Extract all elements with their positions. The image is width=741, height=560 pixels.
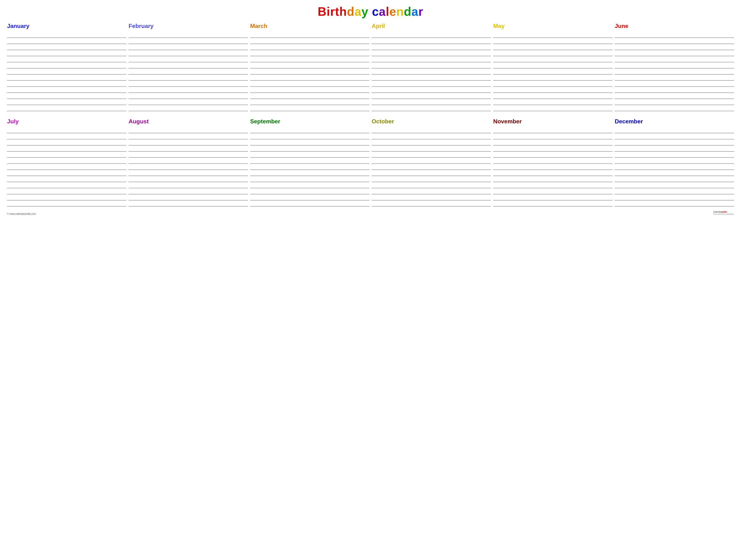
- calendar-line[interactable]: [250, 133, 369, 139]
- calendar-line[interactable]: [372, 188, 491, 194]
- calendar-line[interactable]: [250, 182, 369, 188]
- calendar-line[interactable]: [615, 158, 734, 164]
- calendar-line[interactable]: [250, 74, 369, 81]
- calendar-line[interactable]: [250, 68, 369, 74]
- calendar-line[interactable]: [615, 170, 734, 176]
- calendar-line[interactable]: [493, 188, 612, 194]
- calendar-line[interactable]: [615, 145, 734, 152]
- calendar-line[interactable]: [372, 32, 491, 38]
- calendar-line[interactable]: [250, 93, 369, 99]
- calendar-line[interactable]: [493, 50, 612, 56]
- calendar-line[interactable]: [615, 32, 734, 38]
- calendar-line[interactable]: [372, 68, 491, 74]
- calendar-line[interactable]: [615, 93, 734, 99]
- calendar-line[interactable]: [250, 32, 369, 38]
- calendar-line[interactable]: [129, 139, 248, 145]
- calendar-line[interactable]: [493, 99, 612, 105]
- calendar-line[interactable]: [129, 74, 248, 81]
- calendar-line[interactable]: [7, 44, 126, 50]
- calendar-line[interactable]: [493, 38, 612, 44]
- calendar-line[interactable]: [615, 68, 734, 74]
- calendar-line[interactable]: [372, 145, 491, 152]
- calendar-line[interactable]: [250, 50, 369, 56]
- calendar-line[interactable]: [7, 133, 126, 139]
- calendar-line[interactable]: [129, 164, 248, 170]
- calendar-line[interactable]: [129, 38, 248, 44]
- calendar-line[interactable]: [129, 62, 248, 68]
- calendar-line[interactable]: [129, 44, 248, 50]
- calendar-line[interactable]: [129, 127, 248, 133]
- calendar-line[interactable]: [615, 99, 734, 105]
- calendar-line[interactable]: [7, 68, 126, 74]
- calendar-line[interactable]: [129, 50, 248, 56]
- calendar-line[interactable]: [7, 201, 126, 207]
- calendar-line[interactable]: [372, 201, 491, 207]
- calendar-line[interactable]: [7, 158, 126, 164]
- calendar-line[interactable]: [615, 62, 734, 68]
- calendar-line[interactable]: [493, 44, 612, 50]
- calendar-line[interactable]: [7, 127, 126, 133]
- calendar-line[interactable]: [372, 56, 491, 62]
- calendar-line[interactable]: [250, 99, 369, 105]
- calendar-line[interactable]: [7, 38, 126, 44]
- calendar-line[interactable]: [372, 87, 491, 93]
- calendar-line[interactable]: [372, 152, 491, 158]
- calendar-line[interactable]: [129, 158, 248, 164]
- calendar-line[interactable]: [493, 62, 612, 68]
- calendar-line[interactable]: [250, 158, 369, 164]
- calendar-line[interactable]: [7, 176, 126, 182]
- calendar-line[interactable]: [250, 194, 369, 201]
- calendar-line[interactable]: [250, 62, 369, 68]
- calendar-line[interactable]: [250, 164, 369, 170]
- calendar-line[interactable]: [7, 74, 126, 81]
- calendar-line[interactable]: [372, 74, 491, 81]
- calendar-line[interactable]: [7, 99, 126, 105]
- calendar-line[interactable]: [372, 158, 491, 164]
- calendar-line[interactable]: [129, 87, 248, 93]
- calendar-line[interactable]: [7, 145, 126, 152]
- calendar-line[interactable]: [493, 170, 612, 176]
- calendar-line[interactable]: [615, 44, 734, 50]
- calendar-line[interactable]: [615, 81, 734, 87]
- calendar-line[interactable]: [7, 188, 126, 194]
- calendar-line[interactable]: [250, 145, 369, 152]
- calendar-line[interactable]: [7, 152, 126, 158]
- calendar-line[interactable]: [250, 81, 369, 87]
- calendar-line[interactable]: [129, 182, 248, 188]
- calendar-line[interactable]: [7, 93, 126, 99]
- calendar-line[interactable]: [129, 105, 248, 111]
- calendar-line[interactable]: [493, 105, 612, 111]
- calendar-line[interactable]: [493, 176, 612, 182]
- calendar-line[interactable]: [250, 170, 369, 176]
- calendar-line[interactable]: [493, 152, 612, 158]
- calendar-line[interactable]: [129, 170, 248, 176]
- calendar-line[interactable]: [250, 56, 369, 62]
- calendar-line[interactable]: [372, 50, 491, 56]
- calendar-line[interactable]: [493, 133, 612, 139]
- calendar-line[interactable]: [250, 127, 369, 133]
- calendar-line[interactable]: [615, 164, 734, 170]
- calendar-line[interactable]: [615, 152, 734, 158]
- calendar-line[interactable]: [615, 74, 734, 81]
- calendar-line[interactable]: [493, 74, 612, 81]
- calendar-line[interactable]: [615, 194, 734, 201]
- calendar-line[interactable]: [7, 170, 126, 176]
- calendar-line[interactable]: [615, 87, 734, 93]
- calendar-line[interactable]: [493, 68, 612, 74]
- calendar-line[interactable]: [7, 87, 126, 93]
- calendar-line[interactable]: [372, 170, 491, 176]
- calendar-line[interactable]: [129, 93, 248, 99]
- calendar-line[interactable]: [615, 105, 734, 111]
- calendar-line[interactable]: [250, 87, 369, 93]
- calendar-line[interactable]: [129, 133, 248, 139]
- calendar-line[interactable]: [372, 133, 491, 139]
- calendar-line[interactable]: [372, 105, 491, 111]
- calendar-line[interactable]: [615, 176, 734, 182]
- calendar-line[interactable]: [493, 93, 612, 99]
- calendar-line[interactable]: [493, 139, 612, 145]
- calendar-line[interactable]: [7, 139, 126, 145]
- calendar-line[interactable]: [7, 62, 126, 68]
- calendar-line[interactable]: [493, 32, 612, 38]
- calendar-line[interactable]: [493, 87, 612, 93]
- calendar-line[interactable]: [615, 188, 734, 194]
